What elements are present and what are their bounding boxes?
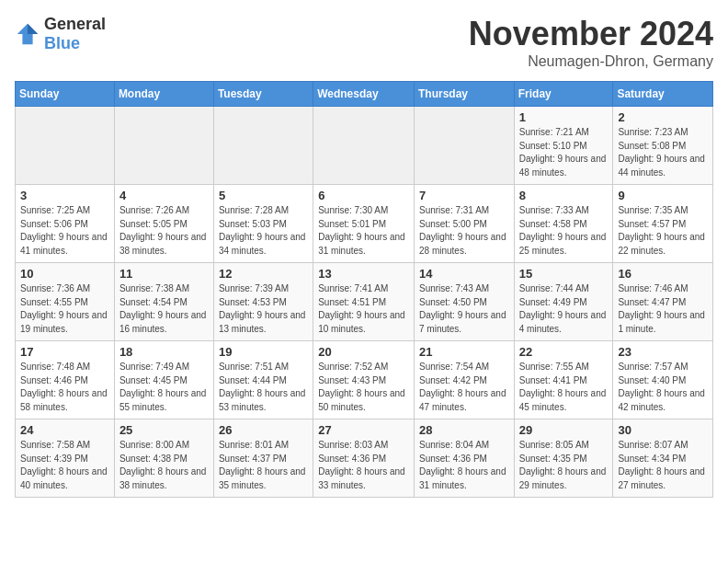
calendar-cell <box>213 107 313 185</box>
location-title: Neumagen-Dhron, Germany <box>469 53 713 70</box>
day-info: Sunrise: 7:23 AM Sunset: 5:08 PM Dayligh… <box>618 126 708 179</box>
day-number: 13 <box>318 267 409 281</box>
calendar-row: 10Sunrise: 7:36 AM Sunset: 4:55 PM Dayli… <box>16 263 713 341</box>
calendar-cell <box>414 107 514 185</box>
calendar-row: 24Sunrise: 7:58 AM Sunset: 4:39 PM Dayli… <box>16 419 713 498</box>
day-info: Sunrise: 7:30 AM Sunset: 5:01 PM Dayligh… <box>318 204 409 258</box>
day-info: Sunrise: 8:04 AM Sunset: 4:36 PM Dayligh… <box>419 439 509 492</box>
calendar-cell <box>114 107 213 185</box>
calendar-cell: 23Sunrise: 7:57 AM Sunset: 4:40 PM Dayli… <box>613 341 713 419</box>
day-info: Sunrise: 8:05 AM Sunset: 4:35 PM Dayligh… <box>519 439 609 492</box>
day-info: Sunrise: 7:28 AM Sunset: 5:03 PM Dayligh… <box>219 204 308 258</box>
day-number: 26 <box>219 423 308 437</box>
weekday-header: Monday <box>114 82 213 107</box>
month-title: November 2024 <box>469 15 713 53</box>
calendar-cell: 17Sunrise: 7:48 AM Sunset: 4:46 PM Dayli… <box>16 341 115 419</box>
day-info: Sunrise: 8:01 AM Sunset: 4:37 PM Dayligh… <box>219 439 308 492</box>
calendar-cell <box>16 107 115 185</box>
day-number: 7 <box>419 189 509 202</box>
day-number: 11 <box>119 267 209 281</box>
calendar-cell: 8Sunrise: 7:33 AM Sunset: 4:58 PM Daylig… <box>514 185 613 263</box>
day-info: Sunrise: 7:39 AM Sunset: 4:53 PM Dayligh… <box>219 282 308 336</box>
logo-icon <box>15 21 40 47</box>
calendar-row: 1Sunrise: 7:21 AM Sunset: 5:10 PM Daylig… <box>16 107 713 185</box>
calendar-cell: 19Sunrise: 7:51 AM Sunset: 4:44 PM Dayli… <box>213 341 313 419</box>
day-number: 9 <box>618 189 708 202</box>
calendar-row: 17Sunrise: 7:48 AM Sunset: 4:46 PM Dayli… <box>16 341 713 419</box>
calendar-cell: 18Sunrise: 7:49 AM Sunset: 4:45 PM Dayli… <box>114 341 213 419</box>
day-info: Sunrise: 7:33 AM Sunset: 4:58 PM Dayligh… <box>519 204 609 258</box>
day-info: Sunrise: 8:03 AM Sunset: 4:36 PM Dayligh… <box>318 439 409 492</box>
calendar-cell: 12Sunrise: 7:39 AM Sunset: 4:53 PM Dayli… <box>213 263 313 341</box>
weekday-header: Tuesday <box>213 82 313 107</box>
calendar-cell: 27Sunrise: 8:03 AM Sunset: 4:36 PM Dayli… <box>313 419 415 498</box>
day-info: Sunrise: 7:54 AM Sunset: 4:42 PM Dayligh… <box>419 361 509 414</box>
weekday-header: Thursday <box>414 82 514 107</box>
day-number: 8 <box>519 189 609 202</box>
calendar-cell: 3Sunrise: 7:25 AM Sunset: 5:06 PM Daylig… <box>16 185 115 263</box>
day-number: 17 <box>20 345 109 359</box>
svg-marker-1 <box>28 24 38 34</box>
calendar-cell: 4Sunrise: 7:26 AM Sunset: 5:05 PM Daylig… <box>114 185 213 263</box>
day-info: Sunrise: 7:57 AM Sunset: 4:40 PM Dayligh… <box>618 361 708 414</box>
calendar-cell: 28Sunrise: 8:04 AM Sunset: 4:36 PM Dayli… <box>414 419 514 498</box>
calendar-cell: 1Sunrise: 7:21 AM Sunset: 5:10 PM Daylig… <box>514 107 613 185</box>
day-number: 21 <box>419 345 509 359</box>
day-info: Sunrise: 7:44 AM Sunset: 4:49 PM Dayligh… <box>519 282 609 336</box>
day-number: 12 <box>219 267 308 281</box>
logo: General Blue <box>15 15 106 53</box>
day-number: 22 <box>519 345 609 359</box>
calendar-cell: 14Sunrise: 7:43 AM Sunset: 4:50 PM Dayli… <box>414 263 514 341</box>
day-info: Sunrise: 7:49 AM Sunset: 4:45 PM Dayligh… <box>119 361 209 414</box>
day-number: 27 <box>318 423 409 437</box>
day-info: Sunrise: 7:55 AM Sunset: 4:41 PM Dayligh… <box>519 361 609 414</box>
calendar-cell: 7Sunrise: 7:31 AM Sunset: 5:00 PM Daylig… <box>414 185 514 263</box>
day-info: Sunrise: 7:38 AM Sunset: 4:54 PM Dayligh… <box>119 282 209 336</box>
day-info: Sunrise: 7:46 AM Sunset: 4:47 PM Dayligh… <box>618 282 708 336</box>
weekday-header: Sunday <box>16 82 115 107</box>
calendar-cell: 2Sunrise: 7:23 AM Sunset: 5:08 PM Daylig… <box>613 107 713 185</box>
weekday-header: Friday <box>514 82 613 107</box>
calendar-cell: 11Sunrise: 7:38 AM Sunset: 4:54 PM Dayli… <box>114 263 213 341</box>
calendar-cell: 29Sunrise: 8:05 AM Sunset: 4:35 PM Dayli… <box>514 419 613 498</box>
day-number: 6 <box>318 189 409 202</box>
day-info: Sunrise: 7:36 AM Sunset: 4:55 PM Dayligh… <box>20 282 109 336</box>
calendar-table: SundayMondayTuesdayWednesdayThursdayFrid… <box>15 81 713 498</box>
page-header: General Blue November 2024 Neumagen-Dhro… <box>15 15 713 70</box>
day-info: Sunrise: 8:07 AM Sunset: 4:34 PM Dayligh… <box>618 439 708 492</box>
day-info: Sunrise: 7:31 AM Sunset: 5:00 PM Dayligh… <box>419 204 509 258</box>
weekday-header-row: SundayMondayTuesdayWednesdayThursdayFrid… <box>16 82 713 107</box>
calendar-cell: 22Sunrise: 7:55 AM Sunset: 4:41 PM Dayli… <box>514 341 613 419</box>
calendar-row: 3Sunrise: 7:25 AM Sunset: 5:06 PM Daylig… <box>16 185 713 263</box>
day-number: 19 <box>219 345 308 359</box>
logo-text-blue: Blue <box>44 34 80 52</box>
day-number: 25 <box>119 423 209 437</box>
day-number: 3 <box>20 189 109 202</box>
day-info: Sunrise: 7:35 AM Sunset: 4:57 PM Dayligh… <box>618 204 708 258</box>
calendar-cell: 15Sunrise: 7:44 AM Sunset: 4:49 PM Dayli… <box>514 263 613 341</box>
calendar-cell: 6Sunrise: 7:30 AM Sunset: 5:01 PM Daylig… <box>313 185 415 263</box>
day-number: 16 <box>618 267 708 281</box>
day-number: 10 <box>20 267 109 281</box>
weekday-header: Wednesday <box>313 82 415 107</box>
logo-text-general: General <box>44 15 106 33</box>
calendar-body: 1Sunrise: 7:21 AM Sunset: 5:10 PM Daylig… <box>16 107 713 498</box>
day-number: 14 <box>419 267 509 281</box>
day-number: 18 <box>119 345 209 359</box>
day-info: Sunrise: 7:25 AM Sunset: 5:06 PM Dayligh… <box>20 204 109 258</box>
calendar-cell: 25Sunrise: 8:00 AM Sunset: 4:38 PM Dayli… <box>114 419 213 498</box>
calendar-cell: 24Sunrise: 7:58 AM Sunset: 4:39 PM Dayli… <box>16 419 115 498</box>
day-info: Sunrise: 7:26 AM Sunset: 5:05 PM Dayligh… <box>119 204 209 258</box>
day-number: 4 <box>119 189 209 202</box>
calendar-cell: 30Sunrise: 8:07 AM Sunset: 4:34 PM Dayli… <box>613 419 713 498</box>
day-number: 30 <box>618 423 708 437</box>
day-info: Sunrise: 7:21 AM Sunset: 5:10 PM Dayligh… <box>519 126 609 179</box>
calendar-cell: 16Sunrise: 7:46 AM Sunset: 4:47 PM Dayli… <box>613 263 713 341</box>
day-info: Sunrise: 7:43 AM Sunset: 4:50 PM Dayligh… <box>419 282 509 336</box>
calendar-cell: 13Sunrise: 7:41 AM Sunset: 4:51 PM Dayli… <box>313 263 415 341</box>
calendar-cell: 10Sunrise: 7:36 AM Sunset: 4:55 PM Dayli… <box>16 263 115 341</box>
day-number: 1 <box>519 110 609 124</box>
calendar-cell: 21Sunrise: 7:54 AM Sunset: 4:42 PM Dayli… <box>414 341 514 419</box>
calendar-cell: 20Sunrise: 7:52 AM Sunset: 4:43 PM Dayli… <box>313 341 415 419</box>
day-number: 20 <box>318 345 409 359</box>
